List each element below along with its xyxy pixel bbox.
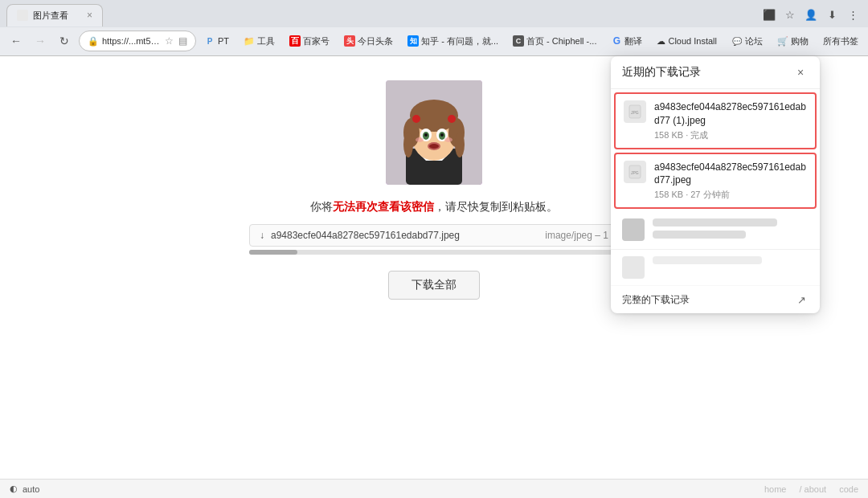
bookmark-baijia[interactable]: 百 百家号 bbox=[286, 34, 333, 49]
download-file-icon-1: JPG bbox=[624, 100, 646, 123]
file-download-bar[interactable]: ↓ a9483ecfe044a8278ec597161edabd77.jpeg … bbox=[249, 224, 619, 247]
download-item-1[interactable]: JPG a9483ecfe044a8278ec597161edabd77 (1)… bbox=[614, 92, 817, 149]
warning-suffix: ，请尽快复制到粘贴板。 bbox=[434, 200, 558, 213]
download-filename: a9483ecfe044a8278ec597161edabd77.jpeg bbox=[271, 230, 538, 241]
download-panel-close-button[interactable]: × bbox=[792, 64, 809, 80]
bottom-home: home bbox=[764, 484, 787, 494]
auto-label: auto bbox=[23, 484, 39, 494]
svg-point-19 bbox=[429, 144, 439, 149]
tab-favicon bbox=[17, 10, 28, 21]
allbookmarks-label: 所有书签 bbox=[823, 35, 858, 47]
zhihu-favicon: 知 bbox=[407, 35, 419, 47]
blurred-line-1a bbox=[653, 218, 777, 227]
nav-controls: ← → ↻ 🔒 https://...mt577l4z4k635B7D5M5r5… bbox=[0, 27, 868, 55]
svg-point-17 bbox=[440, 133, 444, 137]
download-item-1-info: a9483ecfe044a8278ec597161edabd77 (1).jpe… bbox=[654, 100, 807, 141]
bookmark-pt[interactable]: P PT bbox=[201, 34, 232, 48]
bottom-about: / about bbox=[800, 484, 827, 494]
bookmark-tools-label: 工具 bbox=[257, 35, 275, 47]
bottom-right: home / about code bbox=[764, 484, 858, 494]
bottom-bar: ◐ auto home / about code bbox=[0, 479, 868, 498]
bookmark-zhihu[interactable]: 知 知乎 - 有问题，就... bbox=[404, 34, 502, 49]
tab-right-icons: ⬛ ☆ 👤 ⬇ ⋮ bbox=[760, 6, 862, 24]
bookmarks-toolbar: P PT 📁 工具 百 百家号 头 今日头条 知 知乎 - 有问题，就... C bbox=[201, 34, 862, 49]
bookmark-toutiao[interactable]: 头 今日头条 bbox=[341, 34, 396, 49]
download-item-1-meta: 158 KB · 完成 bbox=[654, 129, 807, 141]
download-item-2-meta: 158 KB · 27 分钟前 bbox=[654, 189, 807, 201]
svg-point-10 bbox=[403, 132, 413, 157]
cloud-favicon: ☁ bbox=[657, 36, 665, 47]
download-arrow-icon: ↓ bbox=[260, 230, 264, 241]
bookmark-homepage-label: 首页 - Chiphell -... bbox=[526, 35, 596, 47]
bookmark-pt-label: PT bbox=[218, 36, 229, 46]
toutiao-favicon: 头 bbox=[344, 35, 355, 47]
anime-character-svg bbox=[386, 80, 482, 185]
scrollbar-track[interactable] bbox=[249, 250, 619, 255]
shop-favicon: 🛒 bbox=[777, 36, 788, 47]
download-panel-title: 近期的下载记录 bbox=[622, 65, 701, 80]
profile-icon[interactable]: 👤 bbox=[802, 6, 820, 24]
full-download-history-link[interactable]: 完整的下载记录 bbox=[622, 293, 690, 307]
address-icons: ☆ ▤ bbox=[165, 35, 187, 47]
svg-point-11 bbox=[455, 132, 465, 157]
bookmark-star-icon[interactable]: ☆ bbox=[165, 35, 174, 47]
reader-mode-icon[interactable]: ▤ bbox=[178, 35, 187, 47]
bookmark-shop-label: 购物 bbox=[791, 35, 809, 47]
scrollbar-thumb[interactable] bbox=[249, 250, 297, 255]
active-tab[interactable]: 图片查看 × bbox=[6, 4, 103, 27]
download-panel-header: 近期的下载记录 × bbox=[611, 56, 820, 89]
theme-icon: ◐ bbox=[10, 484, 18, 494]
download-panel-footer: 完整的下载记录 ↗ bbox=[611, 286, 820, 313]
svg-text:JPG: JPG bbox=[631, 170, 639, 175]
jpeg-icon-2: JPG bbox=[628, 165, 642, 179]
forward-button[interactable]: → bbox=[31, 31, 50, 51]
jpeg-icon: JPG bbox=[628, 104, 642, 119]
lock-icon: 🔒 bbox=[88, 36, 99, 47]
bookmark-translate[interactable]: G 翻译 bbox=[608, 34, 645, 49]
pt-favicon: P bbox=[204, 35, 215, 47]
bookmark-cloudinstall[interactable]: ☁ Cloud Install bbox=[653, 35, 720, 48]
download-item-2[interactable]: JPG a9483ecfe044a8278ec597161edabd77.jpe… bbox=[614, 153, 817, 210]
back-button[interactable]: ← bbox=[6, 31, 26, 51]
bookmark-toutiao-label: 今日头条 bbox=[358, 35, 393, 47]
blurred-text-2 bbox=[653, 256, 809, 268]
address-bar[interactable]: 🔒 https://...mt577l4z4k635B7D5M5r5e7z7v4… bbox=[79, 31, 196, 51]
bookmark-homepage[interactable]: C 首页 - Chiphell -... bbox=[510, 34, 600, 49]
bookmark-all[interactable]: 所有书签 bbox=[820, 34, 862, 49]
download-panel-icon[interactable]: ⬇ bbox=[823, 6, 841, 24]
bottom-code: code bbox=[839, 484, 858, 494]
svg-text:JPG: JPG bbox=[631, 110, 639, 115]
refresh-button[interactable]: ↻ bbox=[55, 31, 74, 51]
bookmark-tools[interactable]: 📁 工具 bbox=[240, 34, 278, 49]
tab-close-icon[interactable]: × bbox=[87, 10, 92, 21]
download-panel: 近期的下载记录 × JPG a9483ecfe044a8278ec597161e… bbox=[611, 56, 820, 313]
download-item-2-info: a9483ecfe044a8278ec597161edabd77.jpeg 15… bbox=[654, 161, 807, 202]
blurred-icon-2 bbox=[622, 256, 645, 279]
bottom-left: ◐ auto bbox=[10, 484, 39, 494]
tab-title: 图片查看 bbox=[33, 10, 68, 22]
extensions-icon[interactable]: ⬛ bbox=[760, 6, 778, 24]
bookmark-cloudinstall-label: Cloud Install bbox=[668, 36, 717, 46]
bookmark-baijia-label: 百家号 bbox=[303, 35, 330, 47]
star-icon[interactable]: ☆ bbox=[781, 6, 799, 24]
menu-icon[interactable]: ⋮ bbox=[844, 6, 862, 24]
bookmark-forum[interactable]: 💬 论坛 bbox=[728, 34, 766, 49]
address-text: https://...mt577l4z4k635B7D5M5r5e7z7v4j6… bbox=[102, 36, 160, 46]
translate-favicon: G bbox=[611, 35, 622, 47]
bookmark-forum-label: 论坛 bbox=[745, 35, 763, 47]
svg-point-20 bbox=[416, 137, 424, 142]
download-all-button[interactable]: 下载全部 bbox=[388, 271, 480, 300]
browser-chrome: 图片查看 × ⬛ ☆ 👤 ⬇ ⋮ ← → ↻ 🔒 https://...mt57… bbox=[0, 0, 868, 56]
bookmark-translate-label: 翻译 bbox=[624, 35, 642, 47]
download-file-icon-2: JPG bbox=[624, 161, 646, 183]
download-item-2-name: a9483ecfe044a8278ec597161edabd77.jpeg bbox=[654, 161, 807, 188]
warning-container: 你将无法再次查看该密信，请尽快复制到粘贴板。 bbox=[310, 199, 558, 214]
bookmark-zhihu-label: 知乎 - 有问题，就... bbox=[421, 35, 498, 47]
download-item-blurred-1[interactable] bbox=[611, 212, 820, 250]
download-item-blurred-2[interactable] bbox=[611, 250, 820, 286]
external-link-icon[interactable]: ↗ bbox=[794, 292, 809, 307]
svg-point-9 bbox=[448, 115, 456, 123]
blurred-text-1 bbox=[653, 218, 809, 243]
bookmark-shop[interactable]: 🛒 购物 bbox=[774, 34, 812, 49]
anime-image bbox=[386, 80, 482, 185]
